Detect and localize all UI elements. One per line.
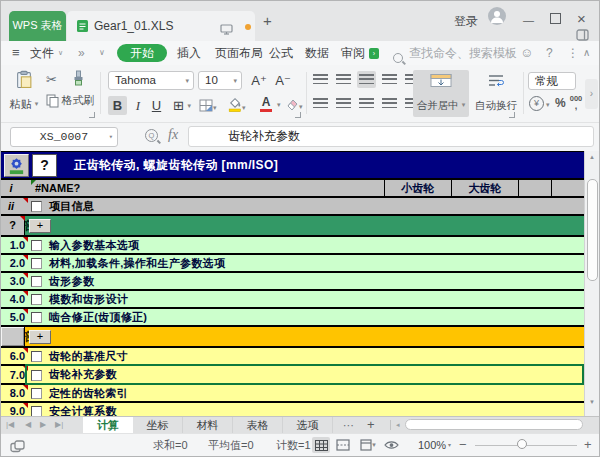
insert-function-fx-icon[interactable]: fx — [168, 127, 178, 143]
currency-dropdown-icon[interactable]: ▾ — [546, 101, 550, 109]
checkbox[interactable] — [31, 258, 42, 269]
page-break-view-icon[interactable] — [334, 437, 352, 453]
reading-mode-eye-icon[interactable] — [382, 437, 400, 453]
sheet-tab-material[interactable]: 材料 — [183, 417, 233, 433]
expand-group-button[interactable]: + — [29, 219, 51, 233]
font-color-dropdown-icon[interactable]: ▾ — [277, 101, 281, 109]
checkbox[interactable] — [31, 201, 42, 212]
cut-icon[interactable]: ✂ — [46, 72, 57, 87]
header-row-i[interactable]: i #NAME? 小齿轮 大齿轮 — [1, 180, 584, 198]
document-tab[interactable]: Gear1_01.XLS — [67, 11, 255, 41]
tab-data[interactable]: 数据 — [305, 41, 329, 65]
align-center-icon[interactable] — [334, 95, 353, 112]
more-tabs-icon[interactable]: » — [78, 41, 85, 65]
table-row[interactable]: 6.0 齿轮的基准尺寸 — [1, 348, 584, 366]
menu-file[interactable]: 文件 — [30, 41, 54, 65]
zoom-in-icon[interactable]: + — [584, 434, 592, 456]
highlight-color-bucket-icon[interactable]: ▾ — [227, 96, 246, 116]
first-sheet-icon[interactable]: |◀ — [6, 417, 14, 433]
row-label[interactable]: 定性的齿轮索引 — [49, 385, 128, 401]
name-box-dropdown-icon[interactable]: ▾ — [109, 128, 113, 146]
last-sheet-icon[interactable]: ▶| — [55, 417, 63, 433]
gear-column-header[interactable]: 大齿轮 — [451, 180, 518, 196]
prev-sheet-icon[interactable]: ◀ — [25, 417, 31, 433]
maximize-button[interactable] — [550, 13, 561, 24]
table-row[interactable]: 8.0 定性的齿轮索引 — [1, 385, 584, 403]
number-format-select[interactable]: 常规 — [528, 72, 576, 90]
font-color-icon[interactable]: A — [255, 96, 277, 112]
align-left-icon[interactable] — [311, 95, 330, 112]
copy-icon[interactable] — [46, 94, 59, 112]
sheet-tab-table[interactable]: 表格 — [233, 417, 283, 433]
checkbox[interactable] — [31, 294, 42, 305]
normal-view-icon[interactable] — [312, 437, 330, 453]
align-right-icon[interactable] — [357, 95, 376, 112]
more-sheets-icon[interactable]: ⋯ — [343, 417, 354, 433]
row-label[interactable]: 模数和齿形设计 — [49, 291, 128, 307]
italic-button[interactable]: I — [130, 96, 146, 115]
format-painter-button[interactable]: 格式刷 — [59, 70, 97, 108]
tab-formulas[interactable]: 公式 — [269, 41, 293, 65]
table-row[interactable]: 2.0 材料,加载条件,操作和生产参数选项 — [1, 255, 584, 273]
table-row[interactable]: 5.0 啮合修正(齿顶修正) — [1, 309, 584, 327]
scroll-left-icon[interactable]: ◂ — [396, 417, 400, 433]
selection-mode-icon[interactable] — [10, 439, 25, 457]
page-layout-view-icon[interactable]: ▾ — [356, 437, 380, 453]
vertical-scrollbar[interactable]: ▲ ▼ — [584, 151, 599, 416]
borders-icon[interactable]: ⊞ ▾ — [169, 96, 195, 115]
horizontal-scrollbar[interactable] — [405, 419, 583, 430]
zoom-slider-handle[interactable] — [517, 439, 527, 449]
paste-button[interactable]: 粘贴 ▾ — [7, 70, 41, 112]
align-middle-icon[interactable] — [334, 71, 353, 88]
close-button[interactable]: × — [577, 9, 586, 29]
sheet-help-button[interactable]: ? — [32, 154, 57, 177]
collapse-ribbon-icon[interactable]: ∧ — [583, 41, 590, 65]
align-top-icon[interactable] — [311, 71, 330, 88]
justify-icon[interactable] — [380, 95, 399, 112]
alignment-dialog-launcher[interactable] — [509, 112, 515, 118]
add-sheet-icon[interactable]: + — [367, 417, 375, 433]
percent-format-icon[interactable]: % — [555, 96, 566, 110]
row-label[interactable]: 输入参数基本选项 — [49, 237, 139, 253]
magnifier-q-icon[interactable]: Q — [145, 129, 158, 142]
zoom-out-icon[interactable]: − — [459, 434, 467, 456]
table-row[interactable]: 1.0 输入参数基本选项 — [1, 237, 584, 255]
checkbox[interactable] — [31, 370, 42, 381]
minimize-button[interactable]: — — [523, 10, 534, 30]
table-row-selected[interactable]: 7.0 齿轮补充参数 — [1, 366, 584, 385]
login-link[interactable]: 登录 — [454, 11, 478, 31]
scrollbar-thumb[interactable] — [587, 179, 598, 281]
new-tab-button[interactable]: + — [263, 11, 272, 31]
merge-center-button[interactable]: 合并居中 ▾ — [413, 70, 469, 117]
font-dialog-launcher[interactable] — [295, 112, 301, 118]
table-row[interactable]: 3.0 齿形参数 — [1, 273, 584, 291]
project-info-row[interactable]: ii 项目信息 — [1, 198, 584, 216]
currency-format-icon[interactable]: ¥ — [529, 96, 544, 111]
checkbox[interactable] — [31, 351, 42, 362]
wrap-text-button[interactable]: 自动换行 — [473, 70, 519, 117]
checkbox[interactable] — [31, 406, 42, 416]
name-error-cell[interactable]: #NAME? — [35, 180, 80, 196]
row-label[interactable]: 材料,加载条件,操作和生产参数选项 — [49, 255, 225, 271]
checkbox[interactable] — [31, 276, 42, 287]
gear-program-icon[interactable] — [4, 154, 29, 177]
section-blank-cell[interactable] — [1, 327, 25, 346]
row-label[interactable]: 齿轮补充参数 — [49, 366, 117, 383]
decrease-indent-icon[interactable] — [380, 71, 399, 88]
expand-group-button[interactable]: + — [29, 330, 51, 344]
table-row[interactable]: 9.0 安全计算系数 — [1, 403, 584, 416]
row-label[interactable]: 齿形参数 — [49, 273, 94, 289]
increase-font-icon[interactable]: A⁺ — [249, 71, 269, 90]
name-box[interactable]: XS_0007 ▾ — [10, 127, 118, 147]
decrease-font-icon[interactable]: A⁻ — [273, 71, 293, 90]
zoom-level[interactable]: 100% — [418, 434, 446, 456]
pinion-column-header[interactable]: 小齿轮 — [384, 180, 451, 196]
font-size-select[interactable]: 10▾ — [198, 71, 242, 90]
quick-access-dropdown-icon[interactable]: ∨ — [99, 41, 105, 65]
search-input[interactable]: 查找命令、搜索模板 — [409, 41, 517, 65]
checkbox[interactable] — [31, 240, 42, 251]
bold-button[interactable]: B — [108, 96, 127, 115]
scroll-up-icon[interactable]: ▲ — [585, 154, 599, 160]
app-home-tab[interactable]: WPS 表格 — [9, 11, 66, 41]
file-dropdown-icon[interactable]: ∨ — [58, 41, 63, 65]
